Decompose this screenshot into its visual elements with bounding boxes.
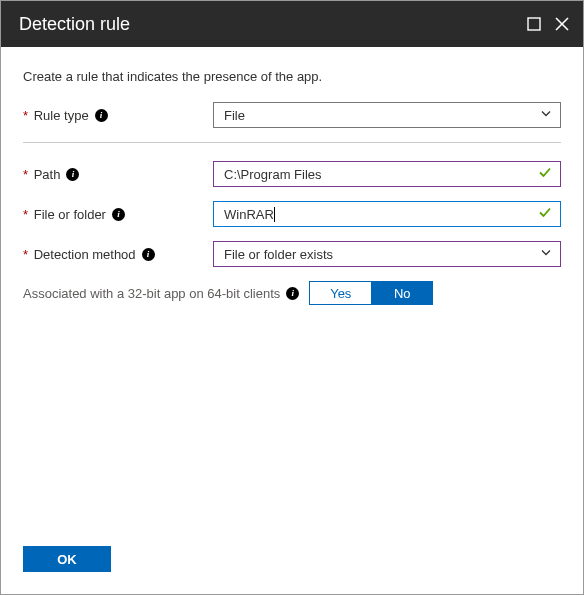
detection-rule-panel: Detection rule Create a rule that indica… — [0, 0, 584, 595]
divider — [23, 142, 561, 143]
row-file-or-folder: * File or folder i WinRAR — [23, 201, 561, 227]
label-rule-type: * Rule type i — [23, 108, 213, 123]
label-path: * Path i — [23, 167, 213, 182]
info-icon[interactable]: i — [66, 168, 79, 181]
info-icon[interactable]: i — [286, 287, 299, 300]
panel-title: Detection rule — [19, 14, 130, 35]
row-detection-method: * Detection method i File or folder exis… — [23, 241, 561, 267]
chevron-down-icon — [540, 108, 552, 123]
text-cursor — [274, 207, 275, 222]
info-icon[interactable]: i — [112, 208, 125, 221]
panel-content: Create a rule that indicates the presenc… — [1, 47, 583, 546]
ok-button[interactable]: OK — [23, 546, 111, 572]
toggle-no-button[interactable]: No — [371, 281, 433, 305]
row-rule-type: * Rule type i File — [23, 102, 561, 128]
label-32bit: Associated with a 32-bit app on 64-bit c… — [23, 286, 299, 301]
detection-method-select[interactable]: File or folder exists — [213, 241, 561, 267]
panel-header: Detection rule — [1, 1, 583, 47]
file-or-folder-input[interactable]: WinRAR — [213, 201, 561, 227]
toggle-32bit: Yes No — [309, 281, 433, 305]
check-icon — [538, 206, 552, 223]
check-icon — [538, 166, 552, 183]
panel-footer: OK — [1, 546, 583, 594]
rule-type-select[interactable]: File — [213, 102, 561, 128]
header-controls — [527, 17, 569, 31]
intro-text: Create a rule that indicates the presenc… — [23, 69, 561, 84]
row-path: * Path i C:\Program Files — [23, 161, 561, 187]
toggle-yes-button[interactable]: Yes — [309, 281, 371, 305]
close-icon[interactable] — [555, 17, 569, 31]
label-file-or-folder: * File or folder i — [23, 207, 213, 222]
info-icon[interactable]: i — [95, 109, 108, 122]
info-icon[interactable]: i — [142, 248, 155, 261]
row-32bit-toggle: Associated with a 32-bit app on 64-bit c… — [23, 281, 561, 305]
svg-rect-0 — [528, 18, 540, 30]
chevron-down-icon — [540, 247, 552, 262]
path-input[interactable]: C:\Program Files — [213, 161, 561, 187]
maximize-icon[interactable] — [527, 17, 541, 31]
label-detection-method: * Detection method i — [23, 247, 213, 262]
